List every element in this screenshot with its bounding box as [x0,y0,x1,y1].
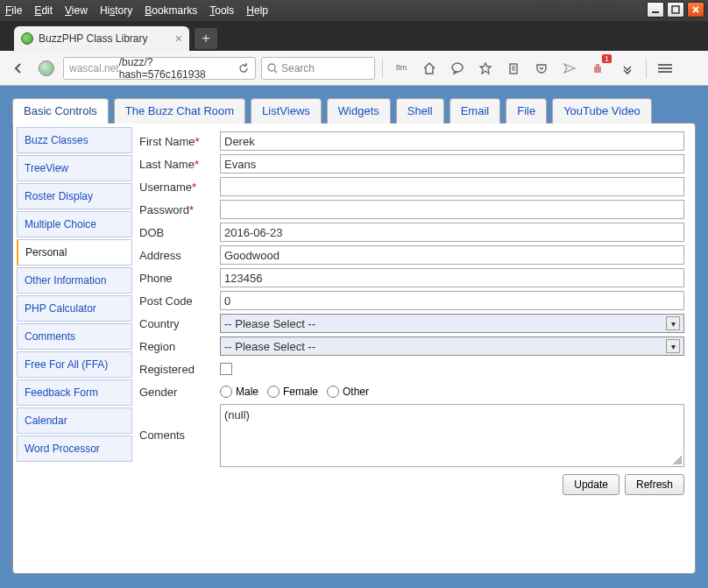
bookmark-star-icon[interactable] [474,57,497,80]
home-button[interactable] [418,57,441,80]
connection-badge[interactable]: 8m [390,57,413,80]
favicon-icon [21,32,33,45]
pocket-icon[interactable] [530,57,553,80]
menu-tools[interactable]: Tools [209,4,234,17]
menu-view[interactable]: View [65,4,88,17]
address-input[interactable] [220,245,684,265]
close-button[interactable] [687,2,704,18]
menu-history[interactable]: History [100,4,132,17]
sidebar-item-php-calculator[interactable]: PHP Calculator [17,295,132,322]
sidebar-item-comments[interactable]: Comments [17,323,132,350]
maximize-button[interactable] [667,2,684,18]
reload-button[interactable] [232,62,255,74]
page-content: Basic ControlsThe Buzz Chat RoomListView… [0,86,708,588]
menu-file[interactable]: File [5,4,22,17]
menu-help[interactable]: Help [246,4,268,17]
phone-input[interactable] [220,268,684,287]
chevron-down-icon: ▾ [666,339,680,353]
gender-radio-female[interactable] [267,386,280,398]
tab-file[interactable]: File [506,98,547,124]
tab-close-icon[interactable]: × [175,32,182,46]
browser-toolbar: wascal.net/buzz/?hash=576c161938 Search … [0,51,708,86]
search-box[interactable]: Search [261,57,375,80]
last-name-input[interactable] [220,154,684,174]
content-panel: Buzz ClassesTreeViewRoster DisplayMultip… [12,123,696,574]
tab-the-buzz-chat-room[interactable]: The Buzz Chat Room [114,98,245,124]
sidebar-item-free-for-all-ffa-[interactable]: Free For All (FFA) [17,351,132,378]
label-phone: Phone [139,272,220,285]
clipboard-icon[interactable] [502,57,525,80]
notification-badge: 1 [602,54,612,63]
browser-tab-title: BuzzPHP Class Library [39,32,148,45]
registered-checkbox[interactable] [220,363,232,375]
url-host: wascal.net [64,62,119,74]
tab-basic-controls[interactable]: Basic Controls [12,98,109,124]
label-first-name: First Name [139,135,195,148]
separator [646,59,647,78]
send-icon[interactable] [558,57,581,80]
resize-grip-icon[interactable]: ⋰ [696,574,706,586]
label-gender: Gender [139,386,220,399]
region-select[interactable]: -- Please Select --▾ [220,337,684,356]
gender-option-male[interactable]: Male [220,386,258,398]
comments-textarea[interactable]: (null) [220,404,684,467]
sidebar-item-word-processor[interactable]: Word Processor [17,436,132,462]
svg-rect-1 [672,6,679,13]
dob-input[interactable] [220,223,684,242]
minimize-button[interactable] [647,2,664,18]
search-icon [267,63,278,74]
gender-option-other[interactable]: Other [327,386,369,398]
postcode-input[interactable] [220,291,684,310]
label-region: Region [139,340,220,353]
label-country: Country [139,317,220,330]
browser-tab[interactable]: BuzzPHP Class Library × [14,26,189,51]
content-tabs: Basic ControlsThe Buzz Chat RoomListView… [12,98,696,124]
url-bar[interactable]: wascal.net/buzz/?hash=576c161938 [63,57,256,80]
sidebar-item-roster-display[interactable]: Roster Display [17,183,132,209]
first-name-input[interactable] [220,131,684,151]
sidebar-item-feedback-form[interactable]: Feedback Form [17,379,132,406]
update-button[interactable]: Update [563,474,620,495]
sidebar-item-personal[interactable]: Personal [17,239,132,266]
menu-button[interactable] [654,57,676,80]
back-button[interactable] [7,57,30,80]
chat-icon[interactable] [446,57,469,80]
separator [382,59,383,78]
sidebar-item-buzz-classes[interactable]: Buzz Classes [17,127,132,153]
svg-rect-11 [594,67,601,73]
username-input[interactable] [220,177,684,196]
country-select[interactable]: -- Please Select --▾ [220,314,684,333]
tab-listviews[interactable]: ListViews [251,98,322,124]
new-tab-button[interactable]: + [195,28,217,49]
overflow-button[interactable] [616,57,639,80]
tab-widgets[interactable]: Widgets [327,98,391,124]
url-path: /buzz/?hash=576c161938 [119,56,232,81]
tab-youtube-video[interactable]: YouTube Video [552,98,652,124]
menu-bookmarks[interactable]: Bookmarks [145,4,197,17]
sidebar-item-other-information[interactable]: Other Information [17,267,132,294]
sidebar-item-calendar[interactable]: Calendar [17,407,132,434]
sidebar-item-treeview[interactable]: TreeView [17,155,132,181]
gender-radio-male[interactable] [220,386,232,398]
search-placeholder: Search [281,62,315,74]
tab-email[interactable]: Email [450,98,501,124]
svg-line-5 [274,70,277,73]
tab-shell[interactable]: Shell [396,98,444,124]
globe-icon [35,57,58,80]
addon-icon[interactable]: 1 [586,57,609,80]
label-postcode: Post Code [139,294,220,308]
svg-point-4 [268,64,275,71]
refresh-button[interactable]: Refresh [625,474,684,495]
chevron-down-icon: ▾ [666,316,680,330]
password-input[interactable] [220,200,684,219]
label-password: Password [139,203,189,216]
label-dob: DOB [139,226,220,239]
gender-radio-other[interactable] [327,386,339,398]
menu-edit[interactable]: Edit [34,4,53,17]
menubar: File Edit View History Bookmarks Tools H… [0,0,708,21]
label-last-name: Last Name [139,158,195,171]
gender-option-female[interactable]: Female [267,386,318,398]
sidebar: Buzz ClassesTreeViewRoster DisplayMultip… [17,127,132,570]
sidebar-item-multiple-choice[interactable]: Multiple Choice [17,211,132,237]
browser-tab-strip: BuzzPHP Class Library × + [0,21,708,51]
